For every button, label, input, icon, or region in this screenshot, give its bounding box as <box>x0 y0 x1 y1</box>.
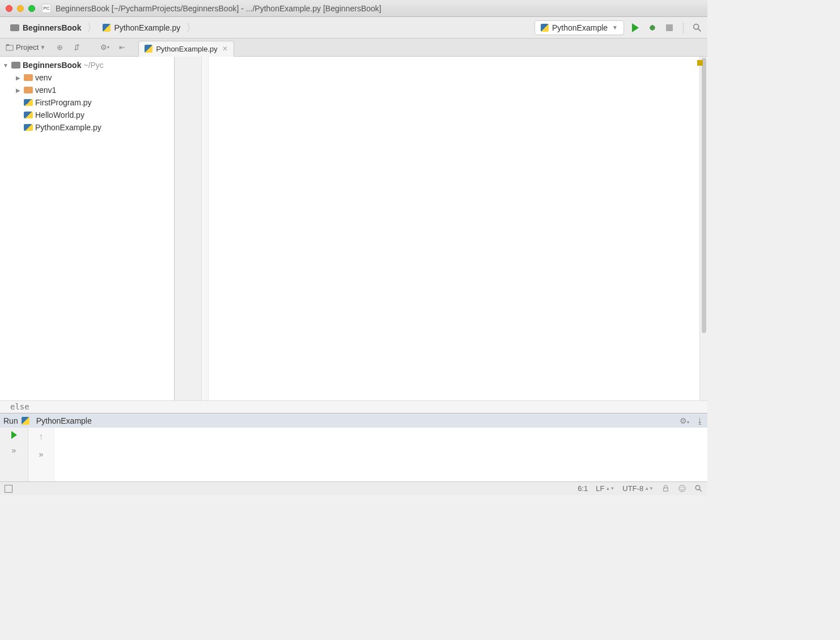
run-panel-script: PythonExample <box>36 416 92 425</box>
project-label: Project <box>16 43 39 52</box>
inspector-indicator[interactable] <box>678 484 686 493</box>
breadcrumb-file[interactable]: PythonExample.py <box>97 23 186 32</box>
play-icon <box>632 23 639 32</box>
close-window-button[interactable] <box>6 5 12 12</box>
run-config-name: PythonExample <box>552 23 608 32</box>
run-panel-header: Run PythonExample ⚙▾ ⭳ <box>0 413 707 428</box>
download-button[interactable]: ⭳ <box>696 416 704 425</box>
search-icon <box>692 23 702 33</box>
chevron-right-icon: 〉 <box>186 21 196 35</box>
close-tab-button[interactable]: ✕ <box>222 45 228 53</box>
inspection-marker[interactable] <box>697 60 703 66</box>
main-split: ▼BeginnersBook~/Pyc▶venv▶venv1FirstProgr… <box>0 57 707 400</box>
editor-context-breadcrumb[interactable]: else <box>0 400 707 413</box>
run-button[interactable] <box>630 22 641 33</box>
status-bar: 6:1 LF▲▼ UTF-8▲▼ <box>0 481 707 495</box>
project-tree[interactable]: ▼BeginnersBook~/Pyc▶venv▶venv1FirstProgr… <box>0 57 175 400</box>
tree-arrow-icon[interactable]: ▶ <box>15 87 22 93</box>
line-separator[interactable]: LF▲▼ <box>596 484 614 493</box>
collapse-all-button[interactable]: ⊕ <box>53 41 66 54</box>
play-icon <box>11 431 17 439</box>
tree-label: venv <box>35 73 52 82</box>
stop-button <box>664 22 675 33</box>
rerun-button[interactable] <box>11 431 17 439</box>
caret-position[interactable]: 6:1 <box>578 484 588 493</box>
separator <box>683 22 684 33</box>
tree-row[interactable]: PythonExample.py <box>0 121 174 134</box>
project-tool-window-tab[interactable]: Project ▼ <box>0 43 51 52</box>
svg-point-6 <box>681 487 682 488</box>
tree-arrow-icon[interactable]: ▶ <box>15 75 22 81</box>
run-toolbar-secondary: ↑ » <box>28 428 54 481</box>
run-console[interactable] <box>54 428 707 481</box>
breadcrumb-root-label: BeginnersBook <box>23 23 81 32</box>
window-title: BeginnersBook [~/PycharmProjects/Beginne… <box>56 4 381 13</box>
svg-point-0 <box>694 24 699 29</box>
tree-row[interactable]: ▶venv <box>0 71 174 84</box>
dropdown-arrow-icon: ▼ <box>612 24 618 31</box>
svg-point-8 <box>695 485 700 490</box>
chevron-right-icon: 〉 <box>87 21 97 35</box>
toolbar: Project ▼ ⊕ ⇵ ⚙▾ ⇤ PythonExample.py ✕ <box>0 39 707 57</box>
folder-icon <box>10 24 19 31</box>
minimize-window-button[interactable] <box>17 5 24 12</box>
python-file-icon <box>24 99 33 106</box>
tree-row[interactable]: ▼BeginnersBook~/Pyc <box>0 59 174 71</box>
folder-icon <box>11 62 20 69</box>
up-button[interactable]: ↑ <box>39 431 44 443</box>
scrollbar-thumb[interactable] <box>702 58 706 333</box>
window-controls <box>6 5 35 12</box>
svg-point-5 <box>679 485 685 492</box>
run-panel-title: Run <box>3 416 18 425</box>
tree-row[interactable]: FirstProgram.py <box>0 96 174 109</box>
readonly-toggle[interactable] <box>661 484 670 493</box>
settings-button[interactable]: ⚙▾ <box>98 41 112 54</box>
tree-label: BeginnersBook <box>23 61 81 70</box>
tree-label: HelloWorld.py <box>35 110 84 120</box>
python-file-icon <box>24 112 33 118</box>
editor-content[interactable] <box>209 57 699 400</box>
svg-line-9 <box>699 489 702 492</box>
search-button[interactable] <box>691 22 703 33</box>
zoom-window-button[interactable] <box>28 5 35 12</box>
svg-rect-2 <box>6 45 13 50</box>
fold-column[interactable] <box>202 57 209 400</box>
file-encoding[interactable]: UTF-8▲▼ <box>622 484 654 493</box>
line-number-gutter[interactable] <box>175 57 202 400</box>
stop-icon <box>666 24 673 31</box>
face-icon <box>678 484 686 493</box>
editor-tab-pythonexample[interactable]: PythonExample.py ✕ <box>138 41 234 57</box>
run-toolbar-left: » <box>0 428 28 481</box>
run-settings-button[interactable]: ⚙▾ <box>680 416 689 425</box>
svg-rect-4 <box>664 488 668 492</box>
expand-collapse-button[interactable]: » <box>12 446 16 455</box>
python-file-icon <box>24 124 33 131</box>
tree-path-hint: ~/Pyc <box>83 61 103 70</box>
python-file-icon <box>103 24 111 32</box>
debug-button[interactable] <box>647 22 658 33</box>
project-icon <box>6 44 14 52</box>
navigation-bar: BeginnersBook 〉 PythonExample.py 〉 Pytho… <box>0 17 707 39</box>
editor-scrollbar[interactable] <box>699 57 707 400</box>
expand-button[interactable]: ⇵ <box>70 41 83 54</box>
breadcrumb-root[interactable]: BeginnersBook <box>5 23 87 32</box>
lock-icon <box>661 484 670 493</box>
code-editor[interactable] <box>175 57 707 400</box>
search-status[interactable] <box>694 484 703 493</box>
svg-point-7 <box>683 487 684 488</box>
run-configuration-selector[interactable]: PythonExample ▼ <box>534 20 624 35</box>
tool-window-quick-access[interactable] <box>5 485 12 493</box>
hide-button[interactable]: ⇤ <box>115 41 129 54</box>
tree-label: PythonExample.py <box>35 123 101 132</box>
app-icon: PC <box>42 4 51 13</box>
svg-line-1 <box>698 28 701 31</box>
tree-row[interactable]: ▶venv1 <box>0 84 174 96</box>
tree-label: FirstProgram.py <box>35 98 92 107</box>
tree-arrow-icon[interactable]: ▼ <box>2 62 9 69</box>
search-icon <box>694 484 703 493</box>
folder-icon <box>24 87 33 93</box>
more-button[interactable]: » <box>39 450 44 459</box>
folder-icon <box>24 74 33 81</box>
tree-row[interactable]: HelloWorld.py <box>0 109 174 121</box>
python-file-icon <box>22 417 29 425</box>
